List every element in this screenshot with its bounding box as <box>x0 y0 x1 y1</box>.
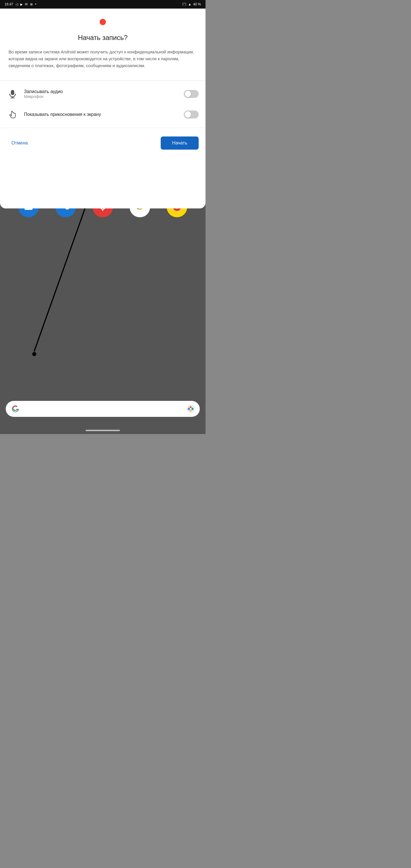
svg-point-66 <box>190 408 191 410</box>
audio-option-subtitle: Микрофон <box>24 94 178 99</box>
microphone-icon <box>7 88 18 100</box>
touch-option: Показывать прикосновения к экрану <box>0 104 205 125</box>
svg-point-1 <box>32 352 36 356</box>
navigation-icon: ◁ <box>15 2 18 6</box>
status-bar: 16:47 ◁ ▶ ✉ ⊕ • 📳 ▲ 40 % <box>0 0 205 8</box>
touch-option-title: Показывать прикосновения к экрану <box>24 112 178 117</box>
start-button[interactable]: Начать <box>161 136 199 150</box>
email-icon: ✉ <box>25 2 28 6</box>
google-search-bar[interactable] <box>6 401 200 417</box>
audio-option: Записывать аудио Микрофон <box>0 84 205 104</box>
youtube-status-icon: ▶ <box>20 3 23 6</box>
home-indicator[interactable] <box>86 430 120 431</box>
feedly-icon: ⊕ <box>30 2 33 6</box>
cancel-button[interactable]: Отмена <box>7 137 32 149</box>
dialog-description: Во время записи система Android может по… <box>0 49 205 69</box>
svg-point-64 <box>190 406 191 408</box>
divider-bottom <box>0 128 205 128</box>
dialog-title: Начать запись? <box>78 34 128 42</box>
wifi-icon: ▲ <box>188 2 191 6</box>
touch-icon <box>7 109 18 120</box>
vibrate-icon: 📳 <box>182 2 186 6</box>
status-bar-right: 📳 ▲ 40 % <box>182 2 201 6</box>
touch-toggle[interactable] <box>184 111 199 119</box>
record-dot <box>100 19 106 25</box>
audio-option-text: Записывать аудио Микрофон <box>24 89 178 99</box>
touch-option-text: Показывать прикосновения к экрану <box>24 112 178 117</box>
audio-toggle[interactable] <box>184 90 199 98</box>
dialog-overlay: Начать запись? Во время записи система A… <box>0 8 205 209</box>
time-display: 16:47 <box>5 2 13 6</box>
status-bar-left: 16:47 ◁ ▶ ✉ ⊕ • <box>5 2 36 6</box>
dialog-actions: Отмена Начать <box>0 131 205 155</box>
svg-point-65 <box>190 410 191 411</box>
google-assistant-icon[interactable] <box>186 404 195 413</box>
svg-point-63 <box>191 408 193 410</box>
google-logo <box>10 404 21 414</box>
divider-top <box>0 81 205 81</box>
svg-rect-67 <box>11 90 14 95</box>
battery-display: 40 % <box>193 2 201 6</box>
audio-option-title: Записывать аудио <box>24 89 178 94</box>
dot-icon: • <box>35 2 36 6</box>
svg-point-62 <box>188 408 190 410</box>
